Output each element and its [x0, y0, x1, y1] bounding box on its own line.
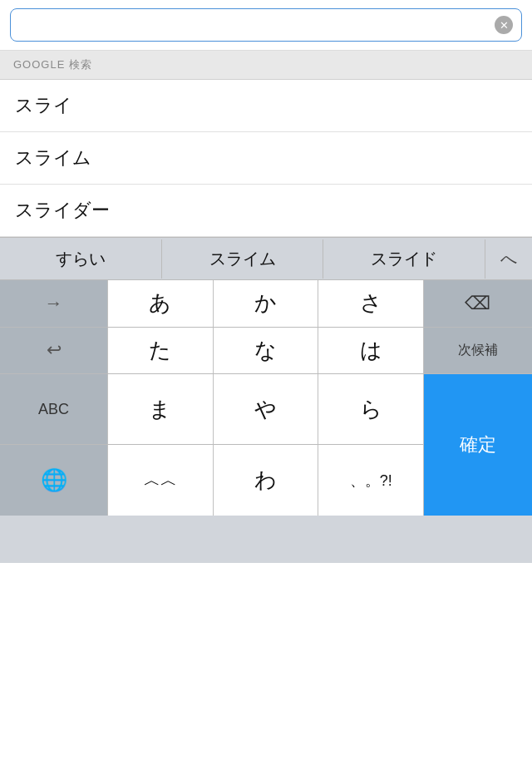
key-ra[interactable]: ら [318, 374, 424, 445]
key-next-candidate[interactable]: 次候補 [424, 328, 532, 374]
keyboard-row-2: ↩ た な は 次候補 [0, 328, 532, 375]
search-bar: すらい ✕ [0, 0, 532, 51]
backspace-icon: ⌫ [465, 293, 490, 314]
search-input-wrapper: すらい ✕ [10, 8, 522, 42]
key-punctuation[interactable]: 、。?! [318, 445, 424, 516]
search-input[interactable]: すらい [19, 14, 495, 36]
candidates-expand-button[interactable]: へ [485, 239, 532, 279]
key-wa[interactable]: わ [214, 445, 319, 516]
key-ka[interactable]: か [214, 280, 319, 327]
candidate-item-0[interactable]: すらい [0, 239, 162, 279]
candidate-item-2[interactable]: スライド [323, 239, 485, 279]
keyboard-row-1: → あ か さ ⌫ [0, 280, 532, 328]
key-arrow-right[interactable]: → [0, 280, 108, 327]
key-a[interactable]: あ [108, 280, 214, 327]
suggestion-item[interactable]: スライム [0, 132, 532, 185]
key-na[interactable]: な [214, 328, 319, 374]
candidate-item-1[interactable]: スライム [162, 239, 324, 279]
suggestions-list: スライ スライム スライダー [0, 80, 532, 237]
key-ya[interactable]: や [214, 374, 319, 445]
key-delete[interactable]: ⌫ [424, 280, 532, 327]
key-globe[interactable]: 🌐 [0, 445, 108, 516]
key-undo[interactable]: ↩ [0, 328, 108, 374]
key-small-tsu[interactable]: ︿︿ [108, 445, 214, 516]
keyboard: → あ か さ ⌫ ↩ た な は 次候補 [0, 280, 532, 563]
key-ma[interactable]: ま [108, 374, 214, 445]
clear-button[interactable]: ✕ [495, 16, 513, 34]
google-section-label: GOOGLE 検索 [0, 51, 532, 80]
key-confirm-span[interactable]: 確定 [424, 374, 532, 516]
key-abc[interactable]: ABC [0, 374, 108, 445]
suggestion-item[interactable]: スライダー [0, 185, 532, 237]
key-ha[interactable]: は [318, 328, 424, 374]
key-sa[interactable]: さ [318, 280, 424, 327]
key-ta[interactable]: た [108, 328, 214, 374]
ime-candidates-bar: すらい スライム スライド へ [0, 237, 532, 280]
globe-icon: 🌐 [41, 467, 67, 493]
suggestion-item[interactable]: スライ [0, 80, 532, 132]
